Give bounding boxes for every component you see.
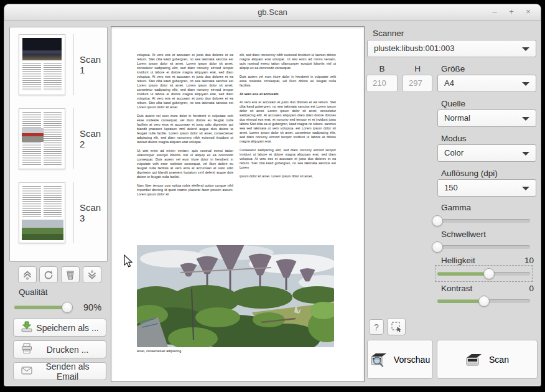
list-item[interactable]: Scan 2 — [10, 101, 107, 175]
save-as-label: Speichern als ... — [34, 323, 106, 333]
slider-handle[interactable] — [62, 302, 73, 313]
scan-button[interactable]: Scan — [437, 340, 538, 379]
gbscan-window: gb.Scan – + × Scan 1 Scan 2 — [4, 4, 541, 386]
send-email-label: Senden als Email — [34, 362, 106, 381]
help-button[interactable]: ? — [369, 319, 384, 335]
desktop: gb.Scan – + × Scan 1 Scan 2 — [0, 0, 545, 392]
source-value: Normal — [444, 113, 470, 123]
chevron-down-icon — [522, 187, 529, 190]
slider-fill — [14, 306, 67, 309]
gamma-slider[interactable] — [437, 215, 530, 226]
slider-track[interactable] — [437, 245, 530, 249]
scan-button-label: Scan — [489, 355, 509, 365]
delete-button[interactable] — [61, 266, 80, 283]
source-label: Quelle — [441, 99, 465, 108]
preview-button-label: Vorschau — [394, 355, 430, 365]
print-button[interactable]: Drucken ... — [13, 340, 106, 358]
print-label: Drucken ... — [34, 345, 106, 355]
email-icon — [19, 365, 34, 377]
list-item[interactable]: Scan 3 — [10, 175, 107, 250]
window-title: gb.Scan — [4, 7, 541, 17]
scanner-preview-icon — [370, 352, 388, 367]
brightness-value: 10 — [509, 256, 534, 265]
chevron-down-icon — [522, 47, 529, 51]
trash-icon — [65, 269, 76, 281]
minimize-button[interactable]: – — [490, 7, 500, 17]
mouse-cursor — [124, 254, 133, 268]
resolution-dropdown[interactable]: 150 — [437, 179, 536, 197]
send-email-button[interactable]: Senden als Email — [13, 362, 106, 380]
contrast-value: 0 — [509, 284, 534, 293]
scan-label[interactable]: Scan 2 — [74, 128, 107, 149]
threshold-label: Schwellwert — [441, 230, 486, 239]
photo-caption: amet, consectetuer adipiscing — [137, 349, 181, 353]
source-dropdown[interactable]: Normal — [437, 110, 536, 127]
scanner-value: plustek:libusb:001:003 — [374, 44, 454, 53]
rotate-button[interactable] — [39, 266, 58, 283]
chevron-down-icon — [522, 82, 529, 86]
titlebar[interactable]: gb.Scan – + × — [4, 4, 541, 21]
scanner-dropdown[interactable]: plustek:libusb:001:003 — [367, 40, 536, 57]
document-left-column: voluptua. At vero eos et accusam et just… — [137, 53, 233, 201]
width-field[interactable]: 210 — [366, 75, 398, 92]
save-as-button[interactable]: Speichern als ... — [13, 319, 106, 337]
slider-fill — [437, 272, 489, 276]
mode-dropdown[interactable]: Color — [437, 144, 536, 162]
scan-list[interactable]: Scan 1 Scan 2 Scan 3 — [9, 27, 108, 262]
contrast-slider[interactable] — [437, 295, 530, 307]
garden-photo — [137, 245, 334, 347]
scan3-photo — [22, 220, 63, 240]
slider-handle[interactable] — [432, 241, 443, 253]
rotate-icon — [43, 269, 54, 281]
save-icon — [19, 321, 34, 334]
document-preview[interactable]: voluptua. At vero eos et accusam et just… — [111, 26, 365, 382]
size-value: A4 — [444, 78, 454, 88]
size-label: Größe — [441, 64, 465, 73]
scan2-photo — [22, 128, 44, 142]
printer-icon — [19, 343, 34, 356]
quality-label: Qualität — [19, 287, 48, 297]
resolution-label: Auflösung (dpi) — [441, 169, 498, 178]
move-down-icon — [86, 269, 98, 281]
scan1-thumbnail[interactable] — [19, 34, 65, 95]
maximize-button[interactable]: + — [506, 7, 516, 17]
chevron-down-icon — [522, 152, 529, 156]
scanner-label: Scanner — [373, 29, 404, 38]
scan-label[interactable]: Scan 1 — [74, 54, 107, 75]
move-down-button[interactable] — [83, 266, 101, 283]
slider-handle[interactable] — [432, 215, 443, 226]
scan-label[interactable]: Scan 3 — [74, 202, 107, 223]
slider-handle[interactable] — [483, 268, 495, 279]
size-dropdown[interactable]: A4 — [437, 75, 536, 92]
preview-button[interactable]: Vorschau — [367, 340, 433, 379]
crop-selection-button[interactable] — [387, 318, 406, 335]
slider-fill — [437, 299, 484, 303]
height-field[interactable]: 297 — [403, 75, 432, 92]
height-label: H — [403, 64, 432, 73]
quality-value: 90% — [83, 302, 101, 312]
move-up-button[interactable] — [18, 266, 37, 283]
quality-slider[interactable] — [14, 301, 73, 313]
brightness-label: Helligkeit — [441, 256, 475, 265]
brightness-slider[interactable] — [437, 268, 530, 279]
gamma-label: Gamma — [441, 203, 471, 212]
mode-value: Color — [444, 148, 463, 157]
width-label: B — [366, 64, 398, 73]
list-item[interactable]: Scan 1 — [10, 27, 107, 101]
close-button[interactable]: × — [523, 7, 533, 17]
resolution-value: 150 — [444, 183, 458, 192]
chevron-down-icon — [522, 117, 529, 121]
mode-label: Modus — [441, 134, 467, 143]
scan1-photo — [22, 38, 62, 60]
scan3-thumbnail[interactable] — [19, 182, 65, 243]
document-heading: At vero eos et accusam — [240, 92, 336, 96]
scan2-thumbnail[interactable] — [19, 108, 65, 169]
document-right-column: elit, sed diam nonummy nibh euismod tinc… — [240, 53, 336, 183]
slider-track[interactable] — [437, 219, 530, 223]
crop-selection-icon — [391, 321, 403, 333]
move-up-icon — [22, 269, 33, 281]
slider-handle[interactable] — [478, 296, 490, 307]
threshold-slider[interactable] — [437, 241, 530, 253]
contrast-label: Kontrast — [441, 284, 472, 293]
scanner-icon — [465, 352, 483, 367]
